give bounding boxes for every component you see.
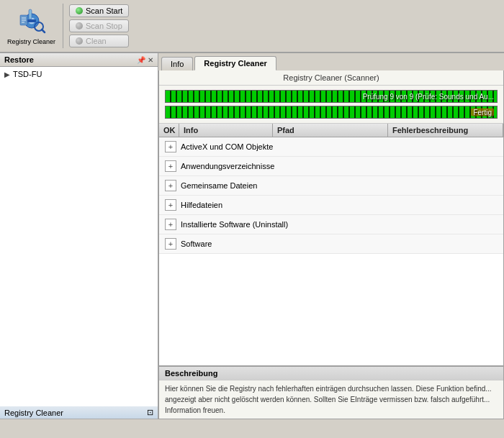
svg-line-9 (42, 29, 45, 32)
description-text: Hier können Sie die Registry nach fehler… (159, 380, 503, 419)
expand-icon-5[interactable]: + (165, 238, 176, 250)
clean-icon (76, 37, 83, 45)
col-fehler: Fehlerbeschreibung (388, 124, 503, 137)
sidebar-pin-icon[interactable]: 📌 (137, 56, 145, 64)
tree-label-4: Installierte Software (Uninstall) (181, 220, 288, 229)
sidebar-header-icons: 📌 ✕ (137, 56, 153, 64)
col-pfad: Pfad (273, 124, 388, 137)
scanner-content: Registry Cleaner (Scanner) Prüfung 9 von… (158, 70, 504, 419)
content-area: Info Registry Cleaner Registry Cleaner (… (158, 53, 504, 419)
tree-label-5: Software (181, 239, 212, 248)
table-body: + ActiveX und COM Objekte + Anwendungsve… (159, 137, 503, 365)
expand-icon-0[interactable]: + (165, 141, 176, 152)
top-toolbar: Registry Cleaner Scan Start Scan Stop Cl… (0, 0, 504, 53)
scan-start-button[interactable]: Scan Start (69, 4, 129, 17)
description-title: Beschreibung (159, 367, 503, 380)
sidebar-arrow-icon: ▶ (4, 70, 10, 78)
col-ok: OK (159, 124, 179, 137)
clean-button[interactable]: Clean (69, 35, 129, 47)
tree-item-1[interactable]: + Anwendungsverzeichnisse (159, 157, 503, 176)
tree-item-2[interactable]: + Gemeinsame Dateien (159, 176, 503, 196)
tree-label-3: Hilfedateien (181, 201, 222, 209)
sidebar-item-label: TSD-FU (13, 70, 42, 78)
sidebar-header: Restore 📌 ✕ (0, 53, 158, 67)
sidebar-expand-icon[interactable]: ⊡ (147, 408, 153, 417)
tab-bar: Info Registry Cleaner (158, 53, 504, 70)
sidebar: Restore 📌 ✕ ▶ TSD-FU Registry Cleaner ⊡ (0, 53, 158, 419)
app-title-label: Registry Cleaner (7, 38, 55, 45)
main-layout: Restore 📌 ✕ ▶ TSD-FU Registry Cleaner ⊡ … (0, 53, 504, 419)
tree-item-0[interactable]: + ActiveX und COM Objekte (159, 137, 503, 157)
tree-item-5[interactable]: + Software (159, 234, 503, 254)
svg-rect-2 (29, 9, 32, 19)
progress-fill-2 (166, 106, 497, 118)
progress-section: Prüfung 9 von 9 (Prüfe: Sounds und Au...… (159, 86, 503, 123)
tree-label-1: Anwendungsverzeichnisse (181, 162, 274, 170)
col-info: Info (179, 124, 273, 137)
tree-label-0: ActiveX und COM Objekte (181, 142, 273, 151)
sidebar-close-icon[interactable]: ✕ (148, 56, 153, 64)
table-section: OK Info Pfad Fehlerbeschreibung + Active… (159, 123, 503, 365)
progress-bar-2: Fertig (165, 106, 498, 119)
description-section: Beschreibung Hier können Sie die Registr… (159, 365, 503, 419)
scan-stop-button[interactable]: Scan Stop (69, 19, 129, 32)
sidebar-item-tsd-fu[interactable]: ▶ TSD-FU (1, 68, 156, 80)
sidebar-content: ▶ TSD-FU (0, 67, 158, 406)
tab-info[interactable]: Info (161, 57, 193, 70)
tab-registry-cleaner[interactable]: Registry Cleaner (194, 56, 276, 70)
expand-icon-3[interactable]: + (165, 199, 176, 211)
svg-rect-3 (27, 19, 36, 22)
registry-cleaner-icon (17, 6, 46, 37)
table-spacer (159, 254, 503, 283)
tree-item-4[interactable]: + Installierte Software (Uninstall) (159, 215, 503, 234)
toolbar-buttons: Scan Start Scan Stop Clean (63, 1, 135, 50)
app-icon-area: Registry Cleaner (0, 4, 63, 48)
expand-icon-2[interactable]: + (165, 180, 176, 191)
scan-start-icon (76, 7, 83, 14)
progress-bar-1: Prüfung 9 von 9 (Prüfe: Sounds und Au... (165, 90, 498, 103)
expand-icon-4[interactable]: + (165, 219, 176, 230)
expand-icon-1[interactable]: + (165, 160, 176, 172)
sidebar-registry-label: Registry Cleaner ⊡ (0, 406, 158, 419)
tree-label-2: Gemeinsame Dateien (181, 181, 257, 190)
progress-label-2: Fertig (471, 109, 494, 117)
sidebar-header-text: Restore (4, 55, 34, 64)
scanner-title: Registry Cleaner (Scanner) (159, 70, 503, 86)
tree-item-3[interactable]: + Hilfedateien (159, 196, 503, 215)
table-header: OK Info Pfad Fehlerbeschreibung (159, 124, 503, 137)
scan-stop-icon (76, 22, 83, 29)
progress-label-1: Prüfung 9 von 9 (Prüfe: Sounds und Au... (363, 93, 494, 101)
